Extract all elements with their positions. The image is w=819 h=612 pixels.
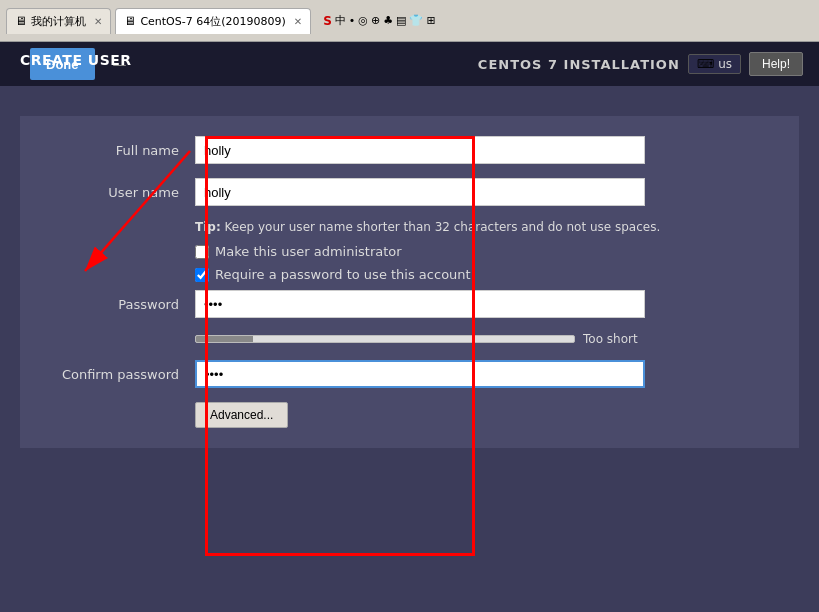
admin-checkbox-label: Make this user administrator (215, 244, 402, 259)
browser-chrome: 🖥 我的计算机 ✕ 🖥 CentOS-7 64位(20190809) ✕ S 中… (0, 0, 819, 42)
confirm-password-row: Confirm password (50, 360, 769, 388)
keyboard-layout: us (718, 57, 732, 71)
tab-label-1: 我的计算机 (31, 14, 86, 29)
tab-close-2[interactable]: ✕ (294, 16, 302, 27)
tip-prefix: Tip: (195, 220, 221, 234)
fullname-input[interactable] (195, 136, 645, 164)
browser-toolbar-icons: S 中 • ◎ ⊕ ♣ ▤ 👕 ⊞ (315, 13, 435, 28)
tab-icon-2: 🖥 (124, 14, 136, 28)
password-row: Password (50, 290, 769, 318)
fullname-row: Full name (50, 136, 769, 164)
strength-bar (196, 336, 253, 342)
right-topbar: CENTOS 7 INSTALLATION ⌨ us Help! (462, 42, 819, 86)
tab-icon-1: 🖥 (15, 14, 27, 28)
password-req-label: Require a password to use this account (215, 267, 471, 282)
help-button[interactable]: Help! (749, 52, 803, 76)
password-required-checkbox[interactable] (195, 268, 209, 282)
username-row: User name (50, 178, 769, 206)
vm-screen: Done — CREATE USER CENTOS 7 INSTALLATION… (0, 42, 819, 612)
vm-topbar: Done — CREATE USER CENTOS 7 INSTALLATION… (0, 42, 819, 86)
strength-bar-container (195, 335, 575, 343)
confirm-password-input[interactable] (195, 360, 645, 388)
advanced-button[interactable]: Advanced... (195, 402, 288, 428)
fullname-label: Full name (50, 143, 195, 158)
tab-close-1[interactable]: ✕ (94, 16, 102, 27)
tab-my-computer[interactable]: 🖥 我的计算机 ✕ (6, 8, 111, 34)
tab-label-2: CentOS-7 64位(20190809) (140, 14, 285, 29)
password-input[interactable] (195, 290, 645, 318)
admin-checkbox[interactable] (195, 245, 209, 259)
username-input[interactable] (195, 178, 645, 206)
tip-body: Keep your user name shorter than 32 char… (221, 220, 661, 234)
form-container: Full name User name Tip: Keep your user … (20, 116, 799, 448)
admin-checkbox-row: Make this user administrator (195, 244, 769, 259)
keyboard-icon: ⌨ (697, 57, 714, 71)
page-title: CREATE USER (20, 52, 132, 68)
strength-label: Too short (583, 332, 638, 346)
centos-installation-label: CENTOS 7 INSTALLATION (478, 57, 680, 72)
keyboard-indicator[interactable]: ⌨ us (688, 54, 741, 74)
password-label: Password (50, 297, 195, 312)
username-label: User name (50, 185, 195, 200)
advanced-button-area: Advanced... (50, 402, 769, 428)
password-req-checkbox-row: Require a password to use this account (195, 267, 769, 282)
vm-content: Full name User name Tip: Keep your user … (0, 86, 819, 606)
password-strength-row: Too short (195, 332, 769, 346)
confirm-label: Confirm password (50, 367, 195, 382)
tab-centos[interactable]: 🖥 CentOS-7 64位(20190809) ✕ (115, 8, 311, 34)
tip-text: Tip: Keep your user name shorter than 32… (195, 220, 769, 234)
